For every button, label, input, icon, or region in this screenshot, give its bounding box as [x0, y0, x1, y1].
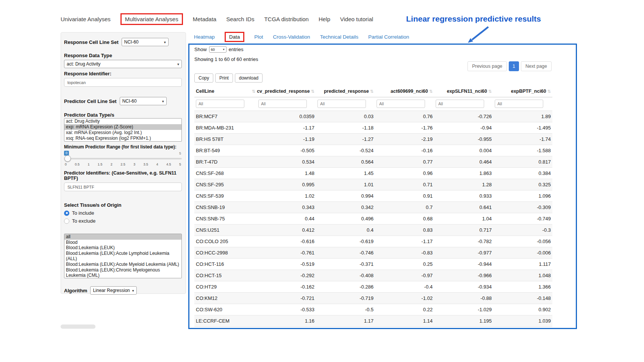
list-option[interactable]: Blood:Leukemia (LEUK):Acute Myeloid Leuk… — [64, 262, 181, 267]
column-header[interactable]: expBPTF_nci60 ⇅ — [493, 86, 552, 97]
table-row[interactable]: LE:HL-60(TB) 0.951 0.934 0.68 1.307 0.03… — [194, 326, 552, 329]
previous-page-button[interactable]: Previous page — [467, 61, 507, 71]
table-row[interactable]: CO:HCT-15 -0.292 -0.408 -0.97 -0.966 1.0… — [194, 270, 552, 281]
nav-item[interactable]: Video tutorial — [340, 16, 373, 22]
table-row[interactable]: CNS:SF-295 0.995 1.01 0.71 1.28 0.325 — [194, 179, 552, 190]
tissue-list[interactable]: all Blood Blood:Leukemia (LEUK) Blood:Le… — [64, 234, 182, 278]
slider-track[interactable] — [64, 158, 182, 159]
column-filter-input[interactable] — [436, 100, 484, 108]
column-filter-input[interactable] — [495, 100, 543, 108]
cell-line-cell: LE:CCRF-CEM — [194, 315, 257, 326]
predicted-response-cell: -1.27 — [316, 134, 375, 145]
list-option[interactable]: Blood:Leukemia (LEUK):Chronic Myelogenou… — [64, 267, 181, 278]
list-option[interactable]: exp: mRNA Expression (Z-Score) — [64, 124, 181, 130]
minimum-predictor-range-slider[interactable]: 0 5 00.511.522.533.544.55 — [64, 151, 182, 167]
predictor-cell-line-set-select[interactable]: NCI-60 ▾ — [120, 97, 167, 105]
table-row[interactable]: BR:BT-549 -0.505 -0.524 -0.16 0.004 -1.5… — [194, 145, 552, 156]
radio-button-icon[interactable] — [64, 211, 69, 216]
act-nci60-cell: -1.17 — [375, 236, 434, 247]
list-option[interactable]: Blood:Leukemia (LEUK):Acute Lymphoid Leu… — [64, 251, 181, 262]
table-row[interactable]: BR:MCF7 0.0359 0.03 0.76 -0.726 1.89 — [194, 111, 552, 122]
response-cell-line-set-select[interactable]: NCI-60 ▾ — [122, 38, 169, 46]
column-filter-input[interactable] — [196, 100, 244, 108]
nav-item[interactable]: Multivariate Analyses — [120, 13, 183, 25]
algorithm-select[interactable]: Linear Regression ▾ — [90, 286, 136, 295]
column-filter-input[interactable] — [317, 100, 366, 108]
tissue-origin-radio[interactable]: To exclude — [64, 218, 182, 224]
tab[interactable]: Plot — [254, 34, 263, 40]
predicted-response-cell: -0.286 — [316, 281, 375, 292]
exp-slfn11-cell: -0.88 — [434, 293, 493, 304]
response-data-type-select[interactable]: act: Drug Activity ▾ — [64, 60, 182, 68]
table-row[interactable]: CNS:SNB-19 0.343 0.342 0.7 0.641 -0.309 — [194, 201, 552, 213]
predicted-response-cell: -0.524 — [316, 145, 375, 156]
page-number-button[interactable]: 1 — [509, 61, 519, 71]
nav-item[interactable]: Search IDs — [226, 16, 254, 22]
cell-line-cell: BR:HS 578T — [194, 134, 257, 145]
slider-handle[interactable] — [64, 155, 71, 162]
column-header[interactable]: expSLFN11_nci60 ⇅ — [434, 86, 493, 97]
tab[interactable]: Technical Details — [320, 34, 358, 40]
sort-icon[interactable]: ⇅ — [488, 89, 492, 94]
list-option[interactable]: Blood:Leukemia (LEUK) — [64, 245, 181, 251]
sort-icon[interactable]: ⇅ — [547, 89, 551, 94]
sort-icon[interactable]: ⇅ — [370, 89, 374, 94]
table-row[interactable]: BR:T-47D 0.534 0.564 0.77 0.464 0.817 — [194, 156, 552, 167]
table-row[interactable]: CNS:SF-539 1.02 0.994 0.91 0.933 1.096 — [194, 190, 552, 201]
tissue-origin-radio[interactable]: To include — [64, 210, 182, 216]
print-button[interactable]: Print — [215, 73, 233, 83]
cell-line-cell: CNS:U251 — [194, 225, 257, 236]
filter-cell — [257, 100, 316, 108]
list-option[interactable]: all — [64, 234, 181, 240]
table-row[interactable]: CO:HCT-116 -0.519 -0.371 0.25 -0.944 1.1… — [194, 258, 552, 270]
tab[interactable]: Heatmap — [194, 34, 215, 40]
table-row[interactable]: CO:HT29 -0.162 -0.286 -0.4 -0.934 1.366 — [194, 281, 552, 292]
cv-predicted-response-cell: -0.721 — [257, 293, 316, 304]
nav-item[interactable]: Univariate Analyses — [61, 16, 111, 22]
cv-predicted-response-cell: -0.505 — [257, 145, 316, 156]
list-option[interactable]: Blood — [64, 240, 181, 245]
list-option[interactable]: act: Drug Activity — [64, 119, 181, 124]
nav-item[interactable]: Help — [319, 16, 330, 22]
table-row[interactable]: CO:COLO 205 -0.616 -0.619 -1.17 -0.782 -… — [194, 236, 552, 247]
column-filter-input[interactable] — [258, 100, 307, 108]
tab[interactable]: Cross-Validation — [273, 34, 310, 40]
slider-tick-label: 3.5 — [144, 162, 148, 166]
table-row[interactable]: CO:HCC-2998 -0.761 -0.746 -0.83 -0.977 -… — [194, 247, 552, 258]
sort-icon[interactable]: ⇅ — [429, 89, 433, 94]
predictor-identifiers-input[interactable] — [64, 183, 182, 191]
table-row[interactable]: CO:KM12 -0.721 -0.719 -1.02 -0.88 -0.148 — [194, 292, 552, 304]
predictor-data-types-list[interactable]: act: Drug Activity exp: mRNA Expression … — [64, 118, 182, 142]
tab[interactable]: Partial Correlation — [368, 34, 409, 40]
table-row[interactable]: CNS:SNB-75 0.44 0.496 0.68 1.04 -0.749 — [194, 213, 552, 224]
entries-label: entries — [229, 47, 244, 52]
table-row[interactable]: LE:CCRF-CEM 1.16 1.17 1.14 1.195 1.039 — [194, 315, 552, 326]
download-button[interactable]: download — [235, 73, 263, 83]
column-header[interactable]: predicted_response ⇅ — [316, 86, 375, 97]
column-header[interactable]: act609699_nci60 ⇅ — [375, 86, 434, 97]
table-row[interactable]: CO:SW-620 -0.533 -0.5 0.22 -1.029 0.902 — [194, 304, 552, 315]
nav-item[interactable]: Metadata — [193, 16, 217, 22]
column-filter-input[interactable] — [377, 100, 425, 108]
list-option[interactable]: xsq: RNA-seq Expression (log2 FPKM+1.) — [64, 136, 181, 141]
table-row[interactable]: CNS:U251 0.412 0.4 0.83 0.717 -0.3 — [194, 224, 552, 236]
sort-icon[interactable]: ⇅ — [311, 89, 314, 94]
page-length-select[interactable]: 60 ▾ — [209, 46, 227, 53]
list-option[interactable]: xai: mRNA Expression (Avg. log2 Int.) — [64, 130, 181, 136]
cell-line-cell: CO:SW-620 — [194, 304, 257, 315]
exp-bptf-cell: -1.588 — [493, 145, 552, 156]
table-row[interactable]: BR:HS 578T -1.19 -1.27 -2.19 -0.955 -1.7… — [194, 133, 552, 145]
copy-button[interactable]: Copy — [194, 73, 213, 83]
radio-button-icon[interactable] — [64, 218, 69, 224]
table-row[interactable]: CNS:SF-268 1.48 1.45 0.96 1.863 0.384 — [194, 167, 552, 179]
tab[interactable]: Data — [225, 32, 245, 42]
next-page-button[interactable]: Next page — [521, 61, 552, 71]
response-identifier-input[interactable] — [64, 78, 182, 87]
filter-cell — [194, 100, 257, 108]
column-header[interactable]: cv_predicted_response ⇅ — [257, 86, 316, 97]
column-header[interactable]: CellLine ⇅ — [194, 86, 257, 97]
nav-item[interactable]: TCGA distribution — [264, 16, 309, 22]
sort-icon[interactable]: ⇅ — [252, 89, 255, 94]
table-row[interactable]: BR:MDA-MB-231 -1.17 -1.18 -1.76 -0.94 -1… — [194, 122, 552, 133]
act-nci60-cell: 0.68 — [375, 213, 434, 224]
